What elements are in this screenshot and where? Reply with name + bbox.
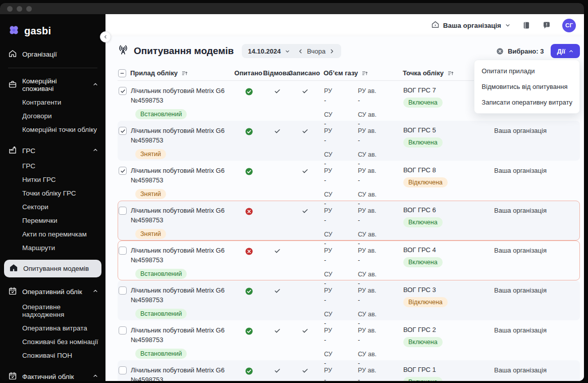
sidebar-item-оперативне-надходження[interactable]: Оперативне надходження <box>0 300 105 321</box>
actions-button[interactable]: Дії <box>551 44 580 58</box>
sidebar-item-опитування-модемів[interactable]: Опитування модемів <box>4 260 101 277</box>
recorded-cell <box>292 326 317 337</box>
column-header-volume[interactable]: Об’єм газу <box>317 69 399 77</box>
table-row: Лічильник побутовий Metrix G6№4598753Зня… <box>118 161 580 201</box>
column-header-refused[interactable]: Відмова <box>261 69 292 77</box>
actions-menu: Опитати приладиВідмовитись від опитуванн… <box>474 60 580 114</box>
sidebar-item-споживачі-без-номінації[interactable]: Споживачі без номінації <box>0 335 105 349</box>
volume-ru-av-cell: РУ ав.-СУ ав.- <box>354 366 399 381</box>
recorded-cell <box>292 206 317 217</box>
actions-menu-item-1[interactable]: Опитати прилади <box>474 63 579 79</box>
sidebar-item-акти-по-перемичкам[interactable]: Акти по перемичкам <box>0 227 105 241</box>
sidebar-section-фактичний-облік[interactable]: Фактичний облік <box>0 368 105 381</box>
sidebar-item-сектори[interactable]: Сектори <box>0 200 105 214</box>
check-icon <box>274 247 281 257</box>
device-cell: Лічильник побутовий Metrix G6№4598753Вст… <box>131 86 236 119</box>
row-checkbox[interactable] <box>119 247 127 255</box>
date-picker[interactable]: 14.10.2024 Вчора <box>242 44 341 58</box>
actions-menu-item-3[interactable]: Записати оперативну витрату <box>474 94 579 110</box>
column-header-device[interactable]: Прилад обліку <box>130 69 235 77</box>
sidebar-item-перемички[interactable]: Перемички <box>0 214 105 227</box>
clear-selection-icon[interactable] <box>496 47 504 55</box>
user-avatar[interactable]: СГ <box>562 19 576 32</box>
brand-name: gasbi <box>24 25 51 37</box>
sidebar-section-оперативний-облік[interactable]: Оперативний облік <box>0 283 105 300</box>
point-name: ВОГ ГРС 6 <box>403 206 488 214</box>
chevron-up-icon <box>92 373 98 380</box>
briefcase-icon <box>8 80 17 90</box>
next-day-icon[interactable] <box>329 48 335 55</box>
organization-cell: Ваша організація <box>488 286 579 294</box>
selected-count-label: Вибрано: 3 <box>508 47 544 55</box>
recorded-cell <box>292 126 317 137</box>
device-status-badge: Знятий <box>135 149 166 159</box>
selection-indicator: Вибрано: 3 <box>496 47 544 55</box>
sort-icon[interactable] <box>447 70 454 77</box>
sidebar: gasbi ОрганізаціїКомерційні споживачіКон… <box>0 14 105 381</box>
polled-cell <box>236 286 262 298</box>
row-checkbox[interactable] <box>119 207 127 215</box>
sidebar-item-точки-обліку-грс[interactable]: Точки обліку ГРС <box>0 186 105 200</box>
row-checkbox[interactable] <box>119 326 127 334</box>
home-icon <box>8 49 17 60</box>
row-checkbox[interactable] <box>119 87 127 95</box>
point-name: ВОГ ГРС 4 <box>403 246 488 254</box>
org-selector[interactable]: Ваша організація <box>431 20 511 30</box>
relative-day-label[interactable]: Вчора <box>307 47 326 55</box>
point-status-badge: Відключена <box>403 297 448 307</box>
point-status-badge: Включена <box>403 377 443 381</box>
device-name: Лічильник побутовий Metrix G6№4598753 <box>131 246 236 265</box>
row-checkbox[interactable] <box>119 127 127 135</box>
refused-cell <box>262 246 292 257</box>
refused-cell <box>262 126 292 137</box>
sidebar-section-комерційні-споживачі[interactable]: Комерційні споживачі <box>0 74 105 95</box>
home-icon <box>9 263 18 274</box>
sidebar-item-комерційні-точки-обліку[interactable]: Комерційні точки обліку <box>0 123 105 136</box>
actions-menu-item-2[interactable]: Відмовитись від опитування <box>474 79 579 94</box>
device-cell: Лічильник побутовий Metrix G6№4598753Вст… <box>131 326 236 359</box>
topbar: Ваша організація СГ <box>105 14 584 36</box>
row-checkbox[interactable] <box>119 366 127 374</box>
sidebar-item-контрагенти[interactable]: Контрагенти <box>0 95 105 109</box>
organization-cell: Ваша організація <box>488 126 579 134</box>
window-minimize-button[interactable] <box>17 6 22 12</box>
sidebar-item-нитки-грс[interactable]: Нитки ГРС <box>0 173 105 186</box>
chevron-up-icon <box>568 49 574 54</box>
prev-day-icon[interactable] <box>297 48 304 55</box>
device-status-badge: Знятий <box>135 189 166 199</box>
row-checkbox[interactable] <box>119 286 127 295</box>
chevron-up-icon <box>92 288 98 296</box>
check-icon <box>274 287 281 297</box>
sidebar-section-грс[interactable]: ГРС <box>0 142 105 159</box>
point-status-badge: Включена <box>403 217 443 227</box>
select-all-checkbox[interactable] <box>118 69 126 77</box>
journal-button[interactable] <box>522 21 531 30</box>
polled-fail-icon <box>245 247 253 258</box>
antenna-icon <box>118 44 129 58</box>
sidebar-item-споживачі-пон[interactable]: Споживачі ПОН <box>0 349 105 362</box>
column-header-polled[interactable]: Опитано <box>235 69 261 77</box>
sidebar-item-маршрути[interactable]: Маршрути <box>0 241 105 255</box>
date-value[interactable]: 14.10.2024 <box>248 47 281 55</box>
feedback-button[interactable] <box>542 21 551 30</box>
row-checkbox[interactable] <box>119 167 127 175</box>
sidebar-item-грс[interactable]: ГРС <box>0 159 105 173</box>
device-name: Лічильник побутовий Metrix G6№4598753 <box>131 366 236 381</box>
sidebar-item-договори[interactable]: Договори <box>0 109 105 123</box>
window-close-button[interactable] <box>7 6 13 12</box>
polled-success-icon <box>245 87 253 98</box>
sort-icon[interactable] <box>181 70 188 77</box>
sidebar-item-організації[interactable]: Організації <box>0 46 105 63</box>
chevron-up-icon <box>92 147 98 155</box>
window-zoom-button[interactable] <box>26 6 32 12</box>
polled-cell <box>236 126 262 138</box>
sidebar-item-оперативна-витрата[interactable]: Оперативна витрата <box>0 321 105 335</box>
check-icon <box>301 87 309 97</box>
device-cell: Лічильник побутовий Metrix G6№4598753Вст… <box>131 286 236 319</box>
polled-cell <box>236 366 262 377</box>
sort-icon[interactable] <box>361 70 368 77</box>
organization-cell: Ваша організація <box>488 246 579 254</box>
column-header-recorded[interactable]: Записано <box>292 69 317 77</box>
point-cell: ВОГ ГРС 4Включена <box>399 246 488 267</box>
sidebar-collapse-button[interactable] <box>100 31 111 42</box>
